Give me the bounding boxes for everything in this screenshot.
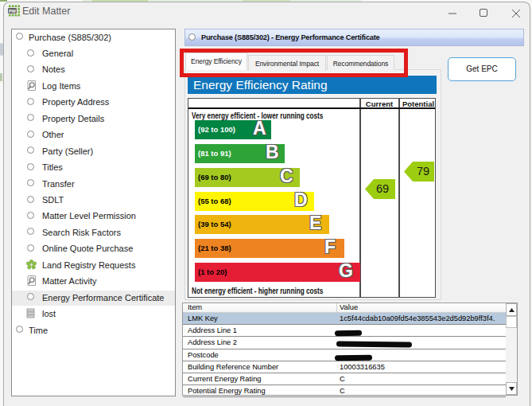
- svg-text:PW: PW: [9, 9, 17, 14]
